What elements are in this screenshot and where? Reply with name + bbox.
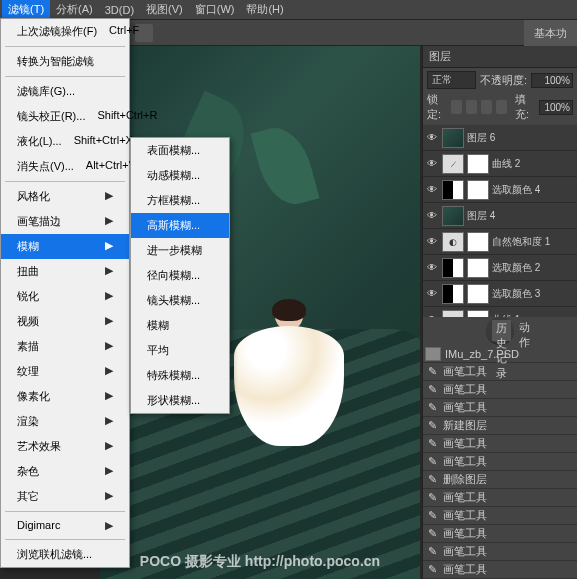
file-thumb-icon — [425, 347, 441, 361]
history-item[interactable]: ✎画笔工具 — [423, 507, 577, 525]
menu-bar: 滤镜(T) 分析(A) 3D(D) 视图(V) 窗口(W) 帮助(H) 上次滤镜… — [0, 0, 577, 20]
lock-transparent-icon[interactable] — [451, 100, 462, 114]
mi-liquify[interactable]: 液化(L)...Shift+Ctrl+X — [1, 129, 129, 154]
mi-distort[interactable]: 扭曲▶ — [1, 259, 129, 284]
mi-digimarc[interactable]: Digimarc▶ — [1, 514, 129, 537]
blur-submenu: 表面模糊... 动感模糊... 方框模糊... 高斯模糊... 进一步模糊 径向… — [130, 137, 230, 414]
history-item[interactable]: ✎画笔工具 — [423, 489, 577, 507]
mi-lens-blur[interactable]: 镜头模糊... — [131, 288, 229, 313]
brush-icon: ✎ — [425, 383, 439, 397]
fill-input[interactable]: 100% — [539, 100, 573, 115]
mi-vanishing-point[interactable]: 消失点(V)...Alt+Ctrl+V — [1, 154, 129, 179]
history-item[interactable]: ✎画笔工具 — [423, 453, 577, 471]
history-item[interactable]: ✎新建图层 — [423, 417, 577, 435]
lock-all-icon[interactable] — [496, 100, 507, 114]
layer-row[interactable]: 👁⟋曲线 2 — [423, 151, 577, 177]
layer-row[interactable]: 👁选取颜色 4 — [423, 177, 577, 203]
history-item[interactable]: ✎删除图层 — [423, 471, 577, 489]
layer-row[interactable]: 👁⟋曲线 1 — [423, 307, 577, 317]
eye-icon[interactable]: 👁 — [425, 287, 439, 301]
history-item[interactable]: ✎画笔工具 — [423, 561, 577, 579]
layers-tab[interactable]: 图层 — [423, 46, 577, 68]
mi-sketch[interactable]: 素描▶ — [1, 334, 129, 359]
history-item[interactable]: ✎画笔工具 — [423, 399, 577, 417]
layer-thumb — [467, 180, 489, 200]
mi-smart-blur[interactable]: 特殊模糊... — [131, 363, 229, 388]
history-item[interactable]: ✎画笔工具 — [423, 435, 577, 453]
mi-motion-blur[interactable]: 动感模糊... — [131, 163, 229, 188]
mi-noise[interactable]: 杂色▶ — [1, 459, 129, 484]
menu-window[interactable]: 窗口(W) — [189, 0, 241, 19]
mi-stylize[interactable]: 风格化▶ — [1, 184, 129, 209]
mi-other[interactable]: 其它▶ — [1, 484, 129, 509]
eye-icon[interactable]: 👁 — [425, 183, 439, 197]
layer-thumb: ◐ — [442, 232, 464, 252]
mi-gaussian-blur[interactable]: 高斯模糊... — [131, 213, 229, 238]
mi-browse-online[interactable]: 浏览联机滤镜... — [1, 542, 129, 567]
history-tab[interactable]: 历史记录 — [492, 320, 511, 341]
brush-icon: ✎ — [425, 491, 439, 505]
lock-label: 锁定: — [427, 92, 447, 122]
history-item[interactable]: ✎画笔工具 — [423, 543, 577, 561]
mi-box-blur[interactable]: 方框模糊... — [131, 188, 229, 213]
workspace-basic[interactable]: 基本功 — [524, 20, 577, 46]
brush-icon: ✎ — [425, 473, 439, 487]
eye-icon[interactable]: 👁 — [425, 209, 439, 223]
mi-render[interactable]: 渲染▶ — [1, 409, 129, 434]
menu-analysis[interactable]: 分析(A) — [50, 0, 99, 19]
mi-blur-more[interactable]: 进一步模糊 — [131, 238, 229, 263]
mi-surface-blur[interactable]: 表面模糊... — [131, 138, 229, 163]
mi-brush-strokes[interactable]: 画笔描边▶ — [1, 209, 129, 234]
mi-radial-blur[interactable]: 径向模糊... — [131, 263, 229, 288]
opacity-input[interactable]: 100% — [531, 73, 573, 88]
eye-icon[interactable]: 👁 — [425, 235, 439, 249]
mi-average[interactable]: 平均 — [131, 338, 229, 363]
layer-row[interactable]: 👁选取颜色 2 — [423, 255, 577, 281]
menu-filter[interactable]: 滤镜(T) — [2, 0, 50, 19]
history-item-label: 新建图层 — [443, 418, 487, 433]
history-item-label: 画笔工具 — [443, 508, 487, 523]
eye-icon[interactable]: 👁 — [425, 157, 439, 171]
lock-position-icon[interactable] — [481, 100, 492, 114]
layer-thumb: ⟋ — [442, 154, 464, 174]
eye-icon[interactable]: 👁 — [425, 131, 439, 145]
mi-sharpen[interactable]: 锐化▶ — [1, 284, 129, 309]
layer-row[interactable]: 👁◐自然饱和度 1 — [423, 229, 577, 255]
mi-lens-correction[interactable]: 镜头校正(R)...Shift+Ctrl+R — [1, 104, 129, 129]
blend-mode-select[interactable]: 正常 — [427, 71, 476, 89]
history-item-label: 画笔工具 — [443, 454, 487, 469]
brush-icon: ✎ — [425, 545, 439, 559]
menu-view[interactable]: 视图(V) — [140, 0, 189, 19]
mi-blur[interactable]: 模糊 — [131, 313, 229, 338]
layer-name: 图层 4 — [467, 209, 575, 223]
brush-icon: ✎ — [425, 527, 439, 541]
layer-thumb: ⟋ — [442, 310, 464, 318]
mi-texture[interactable]: 纹理▶ — [1, 359, 129, 384]
layer-row[interactable]: 👁选取颜色 3 — [423, 281, 577, 307]
mi-pixelate[interactable]: 像素化▶ — [1, 384, 129, 409]
lock-pixels-icon[interactable] — [466, 100, 477, 114]
eye-icon[interactable]: 👁 — [425, 261, 439, 275]
layer-name: 曲线 2 — [492, 157, 575, 171]
mi-blur[interactable]: 模糊▶ — [1, 234, 129, 259]
actions-tab[interactable]: 动作 — [519, 320, 530, 341]
layer-thumb — [442, 284, 464, 304]
layer-name: 自然饱和度 1 — [492, 235, 575, 249]
mi-video[interactable]: 视频▶ — [1, 309, 129, 334]
history-item[interactable]: ✎画笔工具 — [423, 525, 577, 543]
menu-3d[interactable]: 3D(D) — [99, 2, 140, 18]
layer-row[interactable]: 👁图层 4 — [423, 203, 577, 229]
history-item-label: 删除图层 — [443, 472, 487, 487]
history-item-label: 画笔工具 — [443, 382, 487, 397]
mi-last-filter[interactable]: 上次滤镜操作(F)Ctrl+F — [1, 19, 129, 44]
mi-shape-blur[interactable]: 形状模糊... — [131, 388, 229, 413]
layer-name: 选取颜色 3 — [492, 287, 575, 301]
mi-filter-gallery[interactable]: 滤镜库(G)... — [1, 79, 129, 104]
right-panels: 图层 正常 不透明度: 100% 锁定: 填充: 100% 👁图层 6👁⟋曲线 … — [422, 46, 577, 579]
mi-convert-smart[interactable]: 转换为智能滤镜 — [1, 49, 129, 74]
filter-dropdown: 上次滤镜操作(F)Ctrl+F 转换为智能滤镜 滤镜库(G)... 镜头校正(R… — [0, 18, 130, 568]
layer-row[interactable]: 👁图层 6 — [423, 125, 577, 151]
mi-artistic[interactable]: 艺术效果▶ — [1, 434, 129, 459]
menu-help[interactable]: 帮助(H) — [240, 0, 289, 19]
history-item[interactable]: ✎画笔工具 — [423, 381, 577, 399]
